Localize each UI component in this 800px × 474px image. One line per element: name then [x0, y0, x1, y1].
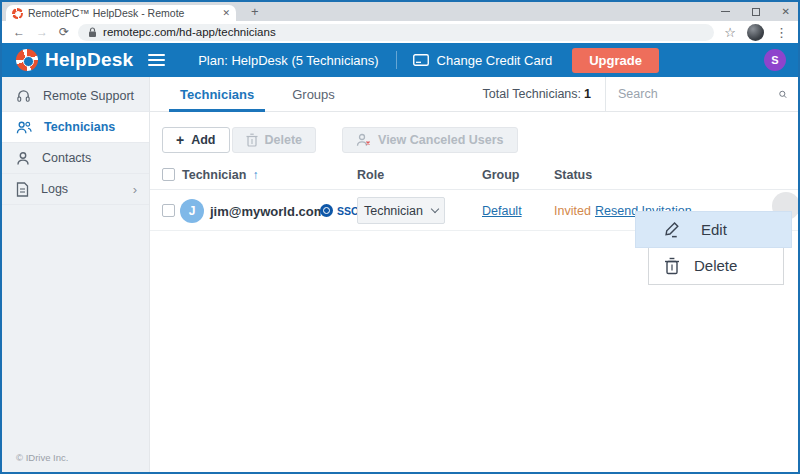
header-divider [396, 51, 397, 69]
trash-icon [246, 133, 258, 147]
window-minimize-icon[interactable] [721, 11, 730, 12]
change-credit-card-label: Change Credit Card [437, 53, 553, 68]
edit-pencil-icon [662, 220, 681, 239]
tab-title: RemotePC™ HelpDesk - Remote [28, 7, 218, 19]
role-dropdown[interactable]: Technician [357, 197, 445, 224]
sort-ascending-icon[interactable]: ↑ [252, 168, 258, 182]
headset-icon [16, 89, 31, 104]
total-technicians-count: 1 [584, 87, 591, 101]
sidebar-item-label: Contacts [42, 151, 91, 165]
plan-info: Plan: HelpDesk (5 Technicians) [198, 53, 378, 68]
search-box [606, 87, 798, 102]
site-favicon-icon [12, 8, 23, 19]
chevron-down-icon [431, 205, 439, 213]
browser-tab[interactable]: RemotePC™ HelpDesk - Remote ✕ [6, 5, 236, 21]
credit-card-icon [413, 54, 429, 66]
delete-button[interactable]: Delete [232, 127, 317, 153]
upgrade-button[interactable]: Upgrade [572, 48, 659, 73]
user-avatar[interactable]: S [764, 49, 786, 71]
tab-close-icon[interactable]: ✕ [222, 8, 230, 18]
technician-email: jim@myworld.com [210, 204, 325, 219]
bookmark-star-icon[interactable]: ☆ [724, 26, 736, 39]
select-all-checkbox[interactable] [162, 168, 175, 181]
url-text: remotepc.com/hd-app/technicians [103, 26, 276, 38]
reload-icon[interactable]: ⟳ [59, 26, 69, 38]
tab-groups[interactable]: Groups [281, 77, 346, 111]
browser-tab-strip: RemotePC™ HelpDesk - Remote ✕ + ✕ [2, 2, 798, 21]
brand-name: HelpDesk [45, 49, 133, 71]
group-link[interactable]: Default [482, 204, 522, 218]
sso-icon [320, 204, 333, 217]
plus-icon: + [176, 133, 184, 147]
contact-person-icon [16, 151, 30, 166]
column-status: Status [554, 168, 592, 182]
column-role: Role [357, 168, 384, 182]
back-icon[interactable]: ← [13, 26, 25, 38]
sidebar-item-label: Logs [41, 182, 68, 196]
new-tab-button[interactable]: + [247, 4, 263, 20]
section-tabs: Technicians Groups Total Technicians:1 [150, 77, 798, 112]
total-technicians: Total Technicians:1 [483, 87, 591, 101]
action-toolbar: + Add Delete [150, 127, 798, 153]
column-group: Group [482, 168, 520, 182]
context-menu-item-delete[interactable]: Delete [648, 247, 784, 285]
browser-profile-avatar[interactable] [747, 24, 764, 41]
change-credit-card-button[interactable]: Change Credit Card [413, 53, 553, 68]
sidebar-item-label: Technicians [44, 120, 115, 134]
logs-document-icon [16, 182, 29, 197]
sso-badge: SSO [320, 204, 359, 217]
sidebar: Remote Support Technicians Contacts [2, 77, 150, 472]
browser-menu-icon[interactable]: ⋮ [775, 26, 788, 39]
hamburger-menu-icon[interactable] [148, 54, 165, 66]
window-controls: ✕ [721, 2, 790, 21]
technicians-icon [16, 120, 32, 135]
view-canceled-users-button[interactable]: View Canceled Users [342, 127, 518, 153]
sidebar-item-technicians[interactable]: Technicians [2, 112, 149, 143]
address-bar[interactable]: remotepc.com/hd-app/technicians [78, 24, 714, 41]
column-technician[interactable]: Technician ↑ [182, 168, 258, 182]
technician-avatar: J [180, 199, 204, 223]
delete-label: Delete [694, 257, 737, 274]
status-badge: Invited [554, 204, 591, 218]
delete-trash-icon [664, 257, 680, 275]
canceled-user-icon [356, 133, 371, 147]
chevron-right-icon: › [133, 182, 137, 197]
tab-technicians[interactable]: Technicians [169, 77, 265, 111]
row-checkbox[interactable] [162, 204, 175, 217]
sidebar-item-remote-support[interactable]: Remote Support [2, 81, 149, 112]
context-menu-item-edit[interactable]: Edit [635, 211, 792, 248]
table-header: Technician ↑ Role Group Status [150, 162, 798, 190]
sidebar-item-logs[interactable]: Logs › [2, 174, 149, 205]
browser-window: RemotePC™ HelpDesk - Remote ✕ + ✕ ← → ⟳ … [0, 0, 800, 474]
search-icon[interactable] [779, 87, 787, 102]
window-maximize-icon[interactable] [752, 8, 760, 16]
app-header: HelpDesk Plan: HelpDesk (5 Technicians) … [2, 43, 798, 77]
window-close-icon[interactable]: ✕ [782, 7, 790, 17]
sidebar-item-label: Remote Support [43, 89, 134, 103]
browser-toolbar: ← → ⟳ remotepc.com/hd-app/technicians ☆ … [2, 21, 798, 43]
copyright-text: © IDrive Inc. [16, 452, 68, 463]
helpdesk-logo-icon [16, 49, 38, 71]
edit-label: Edit [701, 221, 727, 238]
sso-label: SSO [337, 205, 359, 217]
add-button[interactable]: + Add [162, 127, 230, 153]
forward-icon[interactable]: → [36, 26, 48, 38]
tabs-right-area: Total Technicians:1 [483, 77, 798, 111]
lock-icon [88, 27, 97, 38]
sidebar-item-contacts[interactable]: Contacts [2, 143, 149, 174]
search-input[interactable] [606, 87, 779, 101]
